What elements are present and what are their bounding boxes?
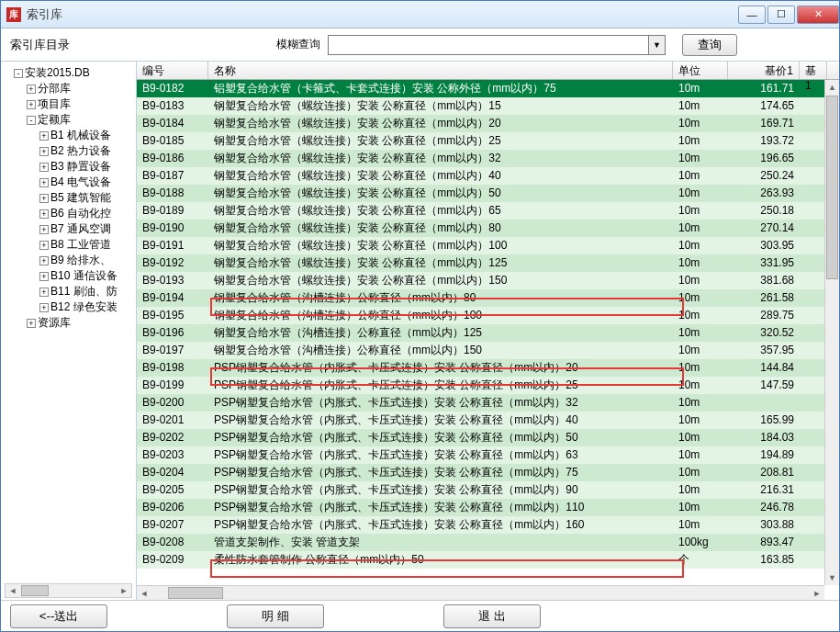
tree-node[interactable]: -定额库 (27, 112, 136, 128)
table-row[interactable]: B9-0194钢塑复合给水管（沟槽连接）公称直径（mm以内）8010m261.5… (137, 289, 839, 307)
tree-node[interactable]: +B7 通风空调 (39, 221, 136, 237)
minimize-button[interactable]: — (738, 6, 766, 24)
table-row[interactable]: B9-0197钢塑复合给水管（沟槽连接）公称直径（mm以内）15010m357.… (137, 342, 839, 359)
table-row[interactable]: B9-0199PSP钢塑复合给水管（内胀式、卡压式连接）安装 公称直径（mm以内… (137, 377, 839, 394)
tree-node[interactable]: +B5 建筑智能 (39, 190, 136, 206)
cell-price: 184.03 (728, 429, 800, 446)
table-row[interactable]: B9-0190钢塑复合给水管（螺纹连接）安装 公称直径（mm以内）8010m27… (137, 220, 839, 237)
table-row[interactable]: B9-0206PSP钢塑复合给水管（内胀式、卡压式连接）安装 公称直径（mm以内… (137, 499, 839, 516)
scroll-thumb[interactable] (826, 96, 838, 279)
table-row[interactable]: B9-0202PSP钢塑复合给水管（内胀式、卡压式连接）安装 公称直径（mm以内… (137, 429, 839, 446)
table-row[interactable]: B9-0182铝塑复合给水管（卡箍式、卡套式连接）安装 公称外径（mm以内）75… (137, 80, 839, 97)
expand-icon[interactable]: + (39, 303, 49, 312)
scroll-up-icon[interactable]: ▲ (825, 80, 839, 95)
cell-last (800, 80, 827, 97)
grid-hscrollbar[interactable]: ◄ ► (137, 585, 824, 600)
exit-button[interactable]: 退 出 (443, 604, 541, 628)
expand-icon[interactable]: + (39, 225, 49, 234)
table-row[interactable]: B9-0183钢塑复合给水管（螺纹连接）安装 公称直径（mm以内）1510m17… (137, 97, 839, 115)
maximize-button[interactable]: ☐ (767, 6, 795, 24)
table-row[interactable]: B9-0201PSP钢塑复合给水管（内胀式、卡压式连接）安装 公称直径（mm以内… (137, 412, 839, 429)
cell-unit: 10m (673, 307, 728, 324)
expand-icon[interactable]: + (39, 131, 49, 141)
table-row[interactable]: B9-0193钢塑复合给水管（螺纹连接）安装 公称直径（mm以内）15010m3… (137, 272, 839, 289)
table-row[interactable]: B9-0207PSP钢塑复合给水管（内胀式、卡压式连接）安装 公称直径（mm以内… (137, 516, 839, 534)
collapse-icon[interactable]: - (14, 69, 23, 78)
table-row[interactable]: B9-0187钢塑复合给水管（螺纹连接）安装 公称直径（mm以内）4010m25… (137, 167, 839, 185)
cell-unit: 10m (673, 289, 728, 307)
table-row[interactable]: B9-0203PSP钢塑复合给水管（内胀式、卡压式连接）安装 公称直径（mm以内… (137, 446, 839, 464)
expand-icon[interactable]: + (27, 100, 36, 109)
table-row[interactable]: B9-0192钢塑复合给水管（螺纹连接）安装 公称直径（mm以内）12510m3… (137, 254, 839, 272)
tree-node[interactable]: +资源库 (27, 315, 136, 331)
table-row[interactable]: B9-0208管道支架制作、安装 管道支架100kg893.47 (137, 534, 839, 551)
expand-icon[interactable]: + (39, 288, 49, 297)
scroll-down-icon[interactable]: ▼ (825, 570, 839, 585)
expand-icon[interactable]: + (39, 209, 49, 219)
detail-button[interactable]: 明 细 (227, 604, 324, 628)
table-row[interactable]: B9-0188钢塑复合给水管（螺纹连接）安装 公称直径（mm以内）5010m26… (137, 185, 839, 202)
tree-root[interactable]: -安装2015.DB +分部库+项目库-定额库+B1 机械设备+B2 热力设备+… (14, 65, 136, 331)
table-row[interactable]: B9-0198PSP钢塑复合给水管（内胀式、卡压式连接）安装 公称直径（mm以内… (137, 359, 839, 377)
scroll-thumb[interactable] (168, 587, 223, 599)
expand-icon[interactable]: + (39, 147, 49, 156)
tree-node[interactable]: +B12 绿色安装 (39, 299, 136, 315)
cell-id: B9-0200 (137, 394, 208, 412)
header-name[interactable]: 名称 (208, 62, 673, 79)
cell-price: 165.99 (728, 412, 800, 429)
header-unit[interactable]: 单位 (673, 62, 728, 79)
search-button[interactable]: 查询 (682, 34, 737, 56)
expand-icon[interactable]: + (39, 194, 49, 203)
table-row[interactable]: B9-0195钢塑复合给水管（沟槽连接）公称直径（mm以内）10010m289.… (137, 307, 839, 324)
header-last[interactable]: 基1 (800, 62, 827, 79)
expand-icon[interactable]: + (39, 241, 49, 250)
table-row[interactable]: B9-0186钢塑复合给水管（螺纹连接）安装 公称直径（mm以内）3210m19… (137, 150, 839, 167)
expand-icon[interactable]: - (27, 116, 36, 125)
scroll-left-icon[interactable]: ◄ (137, 586, 151, 600)
table-row[interactable]: B9-0205PSP钢塑复合给水管（内胀式、卡压式连接）安装 公称直径（mm以内… (137, 481, 839, 499)
tree-node[interactable]: +B10 通信设备 (39, 268, 136, 284)
expand-icon[interactable]: + (27, 85, 36, 94)
tree-node[interactable]: +B8 工业管道 (39, 237, 136, 253)
expand-icon[interactable]: + (39, 163, 49, 172)
tree-node[interactable]: +项目库 (27, 96, 136, 112)
table-row[interactable]: B9-0200PSP钢塑复合给水管（内胀式、卡压式连接）安装 公称直径（mm以内… (137, 394, 839, 412)
send-button[interactable]: <--送出 (10, 604, 107, 628)
header-price1[interactable]: 基价1 (728, 62, 800, 79)
table-row[interactable]: B9-0185钢塑复合给水管（螺纹连接）安装 公称直径（mm以内）2510m19… (137, 132, 839, 150)
expand-icon[interactable]: + (39, 272, 49, 281)
tree-node[interactable]: +B3 静置设备 (39, 159, 136, 175)
tree-node[interactable]: +B11 刷油、防 (39, 284, 136, 299)
expand-icon[interactable]: + (39, 256, 49, 265)
tree-node[interactable]: +B6 自动化控 (39, 206, 136, 221)
tree-node[interactable]: +B4 电气设备 (39, 175, 136, 190)
table-row[interactable]: B9-0209柔性防水套管制作 公称直径（mm以内）50个163.85 (137, 551, 839, 569)
tree-node[interactable]: +分部库 (27, 81, 136, 96)
scroll-left-icon[interactable]: ◄ (6, 584, 20, 597)
table-row[interactable]: B9-0196钢塑复合给水管（沟槽连接）公称直径（mm以内）12510m320.… (137, 324, 839, 342)
cell-id: B9-0203 (137, 446, 208, 464)
table-row[interactable]: B9-0191钢塑复合给水管（螺纹连接）安装 公称直径（mm以内）10010m3… (137, 237, 839, 254)
cell-id: B9-0201 (137, 412, 208, 429)
table-row[interactable]: B9-0184钢塑复合给水管（螺纹连接）安装 公称直径（mm以内）2010m16… (137, 115, 839, 132)
close-button[interactable]: ✕ (797, 6, 839, 24)
tree-panel: -安装2015.DB +分部库+项目库-定额库+B1 机械设备+B2 热力设备+… (1, 62, 137, 600)
header-id[interactable]: 编号 (137, 62, 208, 79)
search-input[interactable] (328, 35, 649, 55)
scroll-thumb[interactable] (21, 585, 49, 596)
tree-node[interactable]: +B1 机械设备 (39, 128, 136, 143)
table-row[interactable]: B9-0204PSP钢塑复合给水管（内胀式、卡压式连接）安装 公称直径（mm以内… (137, 464, 839, 481)
tree-hscrollbar[interactable]: ◄ ► (5, 583, 132, 598)
grid-vscrollbar[interactable]: ▲ ▼ (824, 80, 839, 585)
expand-icon[interactable]: + (39, 178, 49, 187)
search-dropdown-icon[interactable]: ▼ (649, 35, 666, 55)
cell-name: 钢塑复合给水管（沟槽连接）公称直径（mm以内）150 (208, 342, 673, 359)
cell-last (800, 464, 827, 481)
tree-node[interactable]: +B9 给排水、 (39, 253, 136, 268)
scroll-right-icon[interactable]: ► (810, 586, 824, 600)
expand-icon[interactable]: + (27, 319, 36, 328)
cell-price: 250.18 (728, 202, 800, 220)
table-row[interactable]: B9-0189钢塑复合给水管（螺纹连接）安装 公称直径（mm以内）6510m25… (137, 202, 839, 220)
tree-node[interactable]: +B2 热力设备 (39, 143, 136, 159)
scroll-right-icon[interactable]: ► (117, 584, 131, 597)
